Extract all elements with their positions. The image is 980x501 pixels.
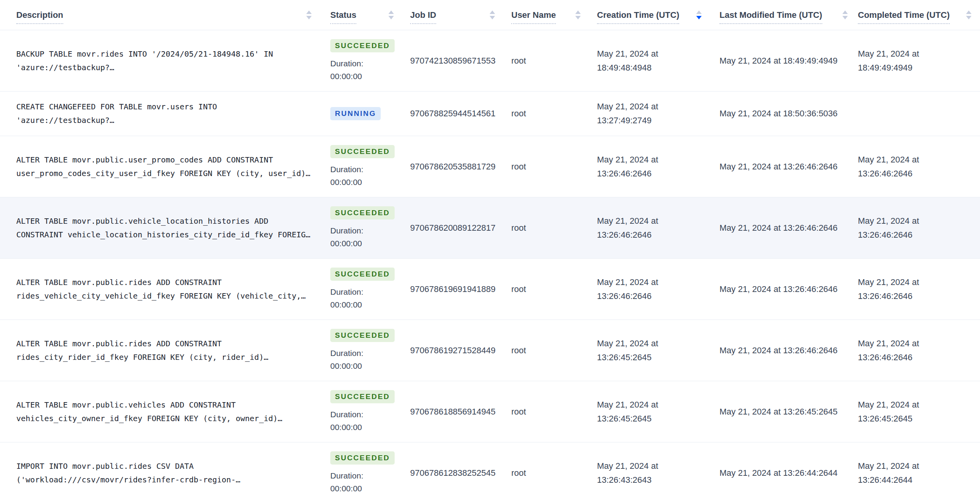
table-row[interactable]: BACKUP TABLE movr.rides INTO '/2024/05/2… [0, 30, 980, 92]
creation-time-cell: May 21, 2024 at 18:49:48:4948 [594, 47, 717, 75]
column-header-description[interactable]: Description [0, 0, 330, 30]
column-header-last-modified-time[interactable]: Last Modified Time (UTC) [717, 0, 855, 30]
sort-icon [388, 10, 394, 19]
creation-time-line-1: May 21, 2024 at [597, 153, 702, 167]
status-cell: SUCCEEDED Duration: 00:00:00 [330, 206, 407, 250]
completed-time-line-1: May 21, 2024 at [858, 47, 971, 61]
table-row[interactable]: ALTER TABLE movr.public.vehicle_location… [0, 197, 980, 259]
status-badge: SUCCEEDED [330, 39, 395, 52]
status-badge: SUCCEEDED [330, 451, 395, 465]
sort-icon [306, 10, 312, 19]
user-name-cell: root [510, 223, 594, 233]
duration-label: Duration: [330, 163, 394, 176]
completed-time-line-2: 13:26:46:2646 [858, 167, 971, 181]
sort-asc-icon [575, 10, 581, 14]
creation-time-line-2: 13:26:45:2645 [597, 412, 702, 426]
sort-desc-icon [842, 16, 848, 19]
job-description-cell[interactable]: CREATE CHANGEFEED FOR TABLE movr.users I… [0, 100, 330, 127]
column-header-label: Completed Time (UTC) [858, 10, 950, 24]
sort-asc-icon [696, 10, 702, 14]
column-header-label: Description [16, 10, 63, 24]
creation-time-line-2: 18:49:48:4948 [597, 61, 702, 75]
creation-time-cell: May 21, 2024 at 13:26:45:2645 [594, 337, 717, 365]
column-header-creation-time[interactable]: Creation Time (UTC) [594, 0, 717, 30]
completed-time-line-1: May 21, 2024 at [858, 337, 971, 351]
completed-time-line-2: 13:26:46:2646 [858, 228, 971, 242]
job-id-cell: 970742130859671553 [407, 56, 510, 66]
sort-asc-icon [388, 10, 394, 14]
job-description-cell[interactable]: ALTER TABLE movr.public.vehicle_location… [0, 214, 330, 242]
completed-time-line-1: May 21, 2024 at [858, 153, 971, 167]
table-row[interactable]: CREATE CHANGEFEED FOR TABLE movr.users I… [0, 92, 980, 136]
table-row[interactable]: ALTER TABLE movr.public.rides ADD CONSTR… [0, 259, 980, 320]
sort-icon [696, 10, 702, 19]
column-header-user-name[interactable]: User Name [510, 0, 594, 30]
completed-time-cell: May 21, 2024 at 13:26:46:2646 [855, 153, 980, 181]
duration-value: 00:00:00 [330, 482, 394, 495]
jobs-table: Description Status Job ID User Name Crea… [0, 0, 980, 501]
duration-value: 00:00:00 [330, 359, 394, 372]
completed-time-line-1: May 21, 2024 at [858, 214, 971, 228]
column-header-label: Job ID [410, 10, 436, 24]
status-cell: SUCCEEDED Duration: 00:00:00 [330, 451, 407, 495]
column-header-status[interactable]: Status [330, 0, 407, 30]
job-id-cell: 970678618856914945 [407, 407, 510, 417]
completed-time-line-1: May 21, 2024 at [858, 459, 971, 473]
table-row[interactable]: ALTER TABLE movr.public.user_promo_codes… [0, 136, 980, 197]
duration-label: Duration: [330, 285, 394, 298]
job-description-cell[interactable]: ALTER TABLE movr.public.vehicles ADD CON… [0, 398, 330, 425]
job-id-cell: 970678620089122817 [407, 223, 510, 233]
completed-time-line-1: May 21, 2024 at [858, 398, 971, 412]
creation-time-line-2: 13:26:46:2646 [597, 167, 702, 181]
creation-time-line-1: May 21, 2024 at [597, 459, 702, 473]
user-name-cell: root [510, 346, 594, 356]
job-description-cell[interactable]: ALTER TABLE movr.public.rides ADD CONSTR… [0, 337, 330, 364]
completed-time-cell: May 21, 2024 at 13:26:44:2644 [855, 459, 980, 487]
completed-time-line-2: 13:26:46:2646 [858, 289, 971, 303]
creation-time-line-1: May 21, 2024 at [597, 100, 702, 114]
duration-label: Duration: [330, 408, 394, 421]
column-header-label: Last Modified Time (UTC) [719, 10, 822, 24]
job-description-line-2: user_promo_codes_city_user_id_fkey FOREI… [16, 167, 312, 180]
job-description-line-1: ALTER TABLE movr.public.user_promo_codes… [16, 153, 312, 167]
job-description-cell[interactable]: IMPORT INTO movr.public.rides CSV DATA (… [0, 460, 330, 487]
table-row[interactable]: ALTER TABLE movr.public.rides ADD CONSTR… [0, 320, 980, 381]
job-description-line-1: CREATE CHANGEFEED FOR TABLE movr.users I… [16, 100, 312, 114]
status-badge: SUCCEEDED [330, 268, 395, 281]
job-id-cell: 970678825944514561 [407, 109, 510, 119]
user-name-cell: root [510, 56, 594, 66]
completed-time-cell: May 21, 2024 at 13:26:46:2646 [855, 337, 980, 365]
status-badge: SUCCEEDED [330, 390, 395, 403]
sort-desc-icon [490, 16, 495, 19]
sort-icon [490, 10, 495, 19]
job-id-cell: 970678612838252545 [407, 468, 510, 478]
job-description-cell[interactable]: ALTER TABLE movr.public.user_promo_codes… [0, 153, 330, 180]
job-description-cell[interactable]: ALTER TABLE movr.public.rides ADD CONSTR… [0, 276, 330, 303]
column-header-completed-time[interactable]: Completed Time (UTC) [855, 0, 980, 30]
duration-label: Duration: [330, 347, 394, 359]
duration-value: 00:00:00 [330, 298, 394, 311]
sort-icon [842, 10, 848, 19]
completed-time-line-1: May 21, 2024 at [858, 275, 971, 289]
creation-time-line-2: 13:26:46:2646 [597, 228, 702, 242]
creation-time-cell: May 21, 2024 at 13:27:49:2749 [594, 100, 717, 128]
sort-icon [966, 10, 971, 19]
column-header-label: User Name [511, 10, 556, 24]
creation-time-cell: May 21, 2024 at 13:26:45:2645 [594, 398, 717, 426]
creation-time-line-1: May 21, 2024 at [597, 275, 702, 289]
job-description-line-2: rides_city_rider_id_fkey FOREIGN KEY (ci… [16, 351, 312, 364]
last-modified-time-cell: May 21, 2024 at 13:26:46:2646 [717, 346, 855, 356]
table-row[interactable]: ALTER TABLE movr.public.vehicles ADD CON… [0, 381, 980, 442]
column-header-label: Status [330, 10, 356, 24]
job-description-line-2: CONSTRAINT vehicle_location_histories_ci… [16, 228, 312, 242]
table-row[interactable]: IMPORT INTO movr.public.rides CSV DATA (… [0, 442, 980, 501]
column-header-job-id[interactable]: Job ID [407, 0, 510, 30]
sort-desc-icon [966, 16, 971, 19]
duration-value: 00:00:00 [330, 421, 394, 434]
status-cell: SUCCEEDED Duration: 00:00:00 [330, 329, 407, 372]
job-description-line-2: 'azure://testbackup?… [16, 114, 312, 127]
job-description-cell[interactable]: BACKUP TABLE movr.rides INTO '/2024/05/2… [0, 47, 330, 74]
completed-time-line-2: 13:26:45:2645 [858, 412, 971, 426]
last-modified-time-cell: May 21, 2024 at 13:26:45:2645 [717, 407, 855, 417]
creation-time-line-2: 13:26:43:2643 [597, 473, 702, 487]
